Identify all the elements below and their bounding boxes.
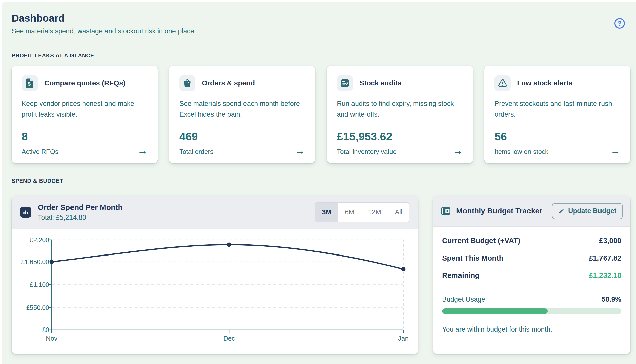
order-spend-chart-card: Order Spend Per Month Total: £5,214.80 3… xyxy=(12,196,418,354)
page-title: Dashboard xyxy=(12,13,630,24)
card-compare-quotes[interactable]: $ Compare quotes (RFQs) Keep vendor pric… xyxy=(12,66,158,163)
card-description: Keep vendor prices honest and make profi… xyxy=(22,99,148,120)
y-tick-label: £550.00 xyxy=(26,304,49,311)
bar-chart-icon xyxy=(20,207,31,218)
spend-line-chart[interactable]: £2,200 £1,650.00 £1,100 £550.00 £0 Nov D… xyxy=(12,229,418,354)
section-spend-budget: SPEND & BUDGET xyxy=(12,178,630,184)
budget-row-label: Current Budget (+VAT) xyxy=(442,237,520,245)
svg-text:$: $ xyxy=(28,81,31,87)
dashboard-page: Dashboard See materials spend, wastage a… xyxy=(2,2,636,364)
spend-budget-row: Order Spend Per Month Total: £5,214.80 3… xyxy=(12,196,630,354)
card-metric-value: 56 xyxy=(494,130,620,143)
budget-usage-row: Budget Usage 58.9% xyxy=(442,295,621,303)
chart-total: Total: £5,214.80 xyxy=(38,214,123,222)
data-point-jan xyxy=(401,267,406,271)
spend-line-series xyxy=(52,245,403,269)
arrow-right-icon[interactable]: → xyxy=(295,145,305,156)
budget-usage-label: Budget Usage xyxy=(442,296,485,303)
range-button-all[interactable]: All xyxy=(388,203,409,222)
x-tick-label: Dec xyxy=(223,335,235,342)
document-currency-icon: $ xyxy=(22,75,38,91)
chart-header: Order Spend Per Month Total: £5,214.80 3… xyxy=(12,196,418,229)
y-tick-label: £2,200 xyxy=(30,236,49,243)
data-point-dec xyxy=(227,243,231,247)
y-tick-label: £1,100 xyxy=(30,281,49,288)
card-metric-value: 469 xyxy=(179,130,305,143)
budget-title: Monthly Budget Tracker xyxy=(456,207,542,215)
arrow-right-icon[interactable]: → xyxy=(453,145,463,156)
x-tick-label: Jan xyxy=(398,335,409,342)
card-description: Prevent stockouts and last-minute rush o… xyxy=(494,99,620,120)
budget-progress-track xyxy=(442,308,621,314)
budget-row-current: Current Budget (+VAT) £3,000 xyxy=(442,237,621,245)
chart-title: Order Spend Per Month xyxy=(38,203,123,212)
budget-row-value: £1,232.18 xyxy=(589,271,621,280)
budget-row-label: Spent This Month xyxy=(442,254,503,262)
range-button-6m[interactable]: 6M xyxy=(338,203,361,222)
card-metric-label: Total orders xyxy=(179,148,214,156)
update-budget-button[interactable]: Update Budget xyxy=(552,203,623,219)
range-button-12m[interactable]: 12M xyxy=(361,203,388,222)
data-point-nov xyxy=(50,260,54,264)
card-metric-label: Items low on stock xyxy=(494,148,548,156)
page-header: Dashboard See materials spend, wastage a… xyxy=(12,13,630,35)
budget-row-value: £3,000 xyxy=(599,237,621,245)
wallet-icon xyxy=(441,206,451,216)
budget-progress-fill xyxy=(442,308,548,314)
section-profit-leaks: PROFIT LEAKS AT A GLANCE xyxy=(12,52,630,59)
card-low-stock-alerts[interactable]: Low stock alerts Prevent stockouts and l… xyxy=(484,66,630,163)
checklist-icon xyxy=(337,75,353,91)
update-budget-label: Update Budget xyxy=(568,207,616,215)
y-tick-label: £0 xyxy=(42,326,49,333)
pencil-icon xyxy=(558,208,564,214)
card-description: See materials spend each month before Ex… xyxy=(179,99,305,120)
x-tick-label: Nov xyxy=(46,335,57,342)
card-metric-label: Active RFQs xyxy=(22,148,58,156)
y-tick-label: £1,650.00 xyxy=(21,258,49,265)
budget-status-message: You are within budget for this month. xyxy=(442,325,621,333)
page-subtitle: See materials spend, wastage and stockou… xyxy=(12,27,630,35)
card-title: Stock audits xyxy=(360,79,401,87)
monthly-budget-tracker-card: Monthly Budget Tracker Update Budget Cur… xyxy=(433,196,630,354)
budget-row-label: Remaining xyxy=(442,271,479,280)
card-title: Compare quotes (RFQs) xyxy=(44,79,125,87)
card-metric-label: Total inventory value xyxy=(337,148,397,156)
glance-cards-row: $ Compare quotes (RFQs) Keep vendor pric… xyxy=(12,66,630,163)
budget-row-value: £1,767.82 xyxy=(589,254,621,262)
range-toggle-group: 3M 6M 12M All xyxy=(315,202,409,222)
card-stock-audits[interactable]: Stock audits Run audits to find expiry, … xyxy=(327,66,473,163)
budget-row-remaining: Remaining £1,232.18 xyxy=(442,271,621,280)
question-mark-icon: ? xyxy=(618,20,622,27)
range-button-3m[interactable]: 3M xyxy=(315,203,338,222)
shopping-bag-icon xyxy=(179,75,195,91)
arrow-right-icon[interactable]: → xyxy=(610,145,620,156)
arrow-right-icon[interactable]: → xyxy=(137,145,148,156)
budget-row-spent: Spent This Month £1,767.82 xyxy=(442,254,621,262)
budget-usage-percent: 58.9% xyxy=(602,295,621,303)
budget-header: Monthly Budget Tracker Update Budget xyxy=(433,196,630,227)
card-title: Orders & spend xyxy=(202,79,255,87)
help-button[interactable]: ? xyxy=(614,18,625,29)
card-orders-spend[interactable]: Orders & spend See materials spend each … xyxy=(169,66,315,163)
card-metric-value: £15,953.62 xyxy=(337,130,463,143)
budget-body: Current Budget (+VAT) £3,000 Spent This … xyxy=(433,227,630,333)
card-metric-value: 8 xyxy=(22,130,148,143)
card-description: Run audits to find expiry, missing stock… xyxy=(337,99,463,120)
warning-triangle-icon xyxy=(494,75,511,91)
card-title: Low stock alerts xyxy=(517,79,572,87)
